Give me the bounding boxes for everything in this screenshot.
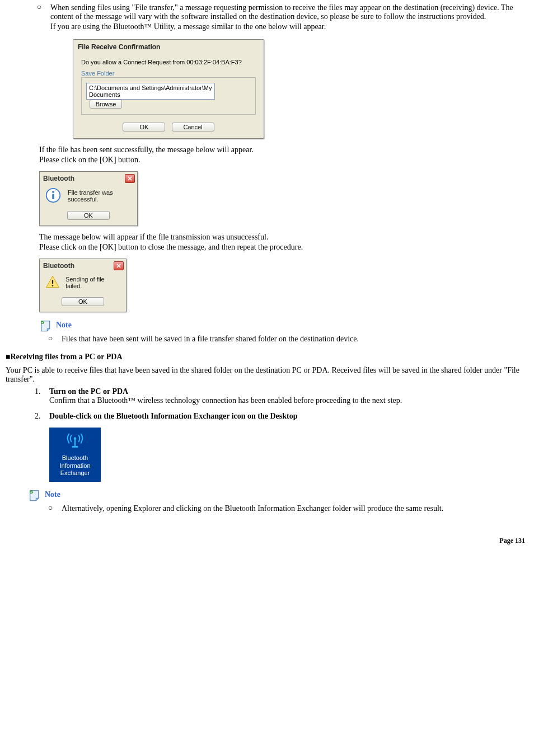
note-label: Note xyxy=(45,490,60,499)
dialog-title: File Receive Confirmation xyxy=(73,40,264,53)
close-icon[interactable] xyxy=(125,174,135,183)
body-text: If you are using the Bluetooth™ Utility,… xyxy=(50,22,528,31)
section-heading: ■Receiving files from a PC or PDA xyxy=(6,353,528,361)
icon-label: Exchanger xyxy=(51,469,99,477)
body-text: Please click on the [OK] button to close… xyxy=(39,243,528,252)
dialog-title: Bluetooth xyxy=(43,175,74,182)
close-icon[interactable] xyxy=(114,261,124,270)
svg-point-5 xyxy=(41,321,44,324)
save-path-field[interactable]: C:\Documents and Settings\Administrator\… xyxy=(86,83,215,100)
list-bullet: ○ xyxy=(39,503,62,514)
icon-label: Bluetooth xyxy=(51,454,99,462)
step-item: Double-click on the Bluetooth Informatio… xyxy=(43,412,528,482)
note-icon xyxy=(39,319,51,331)
warning-icon xyxy=(45,275,65,290)
page-number: Page 131 xyxy=(6,537,528,545)
svg-rect-3 xyxy=(52,280,53,284)
body-text: Files that have been sent will be saved … xyxy=(62,335,528,344)
antenna-icon xyxy=(64,431,86,450)
body-text: The message below will appear if the fil… xyxy=(39,233,528,242)
save-folder-label: Save Folder xyxy=(81,70,256,77)
dialog-text: File transfer was successful. xyxy=(68,189,132,203)
ok-button[interactable]: OK xyxy=(67,211,110,220)
note-label: Note xyxy=(56,321,72,330)
svg-rect-8 xyxy=(72,446,78,448)
bluetooth-success-dialog: Bluetooth File transfer was successful. … xyxy=(39,171,138,226)
body-text: Alternatively, opening Explorer and clic… xyxy=(62,504,528,513)
dialog-title: Bluetooth xyxy=(43,262,74,270)
svg-point-9 xyxy=(30,490,33,494)
dialog-text: Sending of file failed. xyxy=(65,276,120,289)
ok-button[interactable]: OK xyxy=(62,297,104,306)
icon-label: Information xyxy=(51,462,99,470)
list-bullet: ○ xyxy=(39,334,62,345)
browse-button[interactable]: Browse xyxy=(90,100,122,109)
body-text: Please click on the [OK] button. xyxy=(39,156,528,165)
body-text: If the file has been sent successfully, … xyxy=(39,145,528,154)
svg-point-4 xyxy=(52,285,54,287)
step-body: Confirm that a Bluetooth™ wireless techn… xyxy=(49,396,528,405)
step-title: Turn on the PC or PDA xyxy=(49,387,528,396)
note-icon xyxy=(28,489,40,501)
body-text: When sending files using "File transfer,… xyxy=(50,3,528,21)
body-text: Your PC is able to receive files that ha… xyxy=(6,366,528,384)
svg-point-1 xyxy=(52,191,54,193)
list-bullet: ○ xyxy=(28,2,50,32)
cancel-button[interactable]: Cancel xyxy=(172,123,214,132)
ok-button[interactable]: OK xyxy=(123,123,165,132)
bluetooth-exchanger-icon[interactable]: Bluetooth Information Exchanger xyxy=(49,428,101,482)
info-icon xyxy=(45,187,68,204)
step-title: Double-click on the Bluetooth Informatio… xyxy=(49,412,528,421)
svg-rect-2 xyxy=(52,194,54,199)
svg-rect-7 xyxy=(74,439,76,446)
dialog-text: Do you allow a Connect Request from 00:0… xyxy=(81,59,256,65)
step-item: Turn on the PC or PDA Confirm that a Blu… xyxy=(43,387,528,405)
bluetooth-fail-dialog: Bluetooth Sending of file failed. OK xyxy=(39,259,127,312)
file-receive-dialog: File Receive Confirmation Do you allow a… xyxy=(73,39,264,139)
